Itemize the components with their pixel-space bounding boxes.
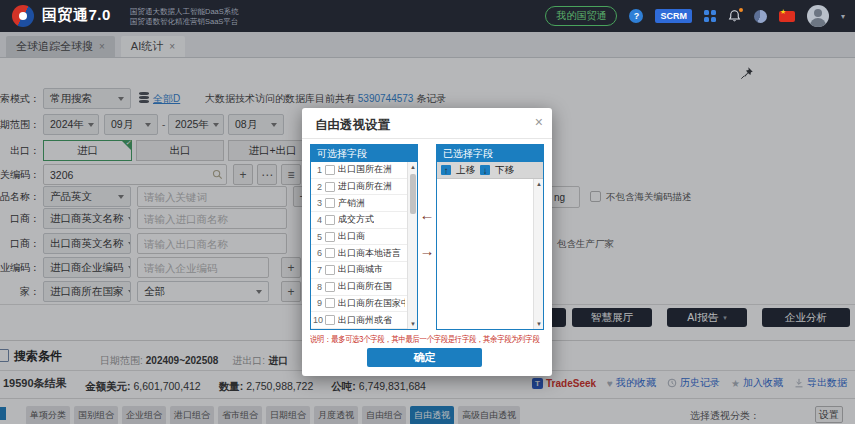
selected-fields-header: 已选择字段 (437, 145, 543, 162)
move-down-icon[interactable]: ↓ (480, 165, 490, 175)
field-row[interactable]: 10出口商州或省 (311, 312, 407, 329)
field-row[interactable]: 4成交方式 (311, 212, 407, 229)
available-fields-panel: 可选择字段 1出口国所在洲 2进口商所在洲 3产销洲 4成交方式 5出口商 6出… (310, 144, 418, 330)
china-flag-icon[interactable]: ★ (779, 11, 795, 22)
pin-icon[interactable] (740, 66, 754, 80)
field-checkbox[interactable] (325, 182, 335, 192)
field-checkbox[interactable] (325, 282, 335, 292)
selected-fields-toolbar: ↑ 上移 ↓ 下移 (437, 162, 543, 179)
scroll-down-icon[interactable]: ▼ (534, 321, 543, 327)
notification-dot (739, 8, 743, 12)
scroll-down-icon[interactable]: ▼ (408, 321, 417, 327)
field-checkbox[interactable] (325, 298, 335, 308)
field-row[interactable]: 5出口商 (311, 229, 407, 246)
dialog-note: 说明：最多可选3个字段，其中最后一个字段是行字段，其余字段为列字段 (310, 334, 539, 346)
dialog-close-icon[interactable]: × (535, 114, 543, 130)
apps-grid-icon[interactable] (704, 10, 716, 22)
move-down-label[interactable]: 下移 (495, 164, 514, 177)
my-account-button[interactable]: 我的国贸通 (545, 6, 617, 26)
selected-fields-list: ▲ ▼ (437, 179, 543, 329)
field-row[interactable]: 8出口商所在国 (311, 279, 407, 296)
selected-fields-panel: 已选择字段 ↑ 上移 ↓ 下移 ▲ ▼ (436, 144, 544, 330)
brand-subtitle-line2: 国贸通数智化精准营销SaaS平台 (130, 17, 239, 27)
dialog-title-divider (302, 138, 552, 139)
field-checkbox[interactable] (325, 248, 335, 258)
avatar-chevron-down-icon[interactable]: ▾ (841, 12, 845, 21)
notifications-bell-icon[interactable] (728, 9, 742, 24)
usage-pie-icon[interactable] (754, 10, 767, 23)
available-fields-header: 可选择字段 (311, 145, 417, 162)
field-row[interactable]: 2进口商所在洲 (311, 179, 407, 196)
field-row[interactable]: 7出口商城市 (311, 262, 407, 279)
header-toolbar: 我的国贸通 ? SCRM ★ ▾ (545, 0, 845, 32)
brand-logo-icon (12, 5, 34, 27)
dialog-title: 自由透视设置 (315, 117, 390, 134)
field-row[interactable]: 1出口国所在洲 (311, 162, 407, 179)
scroll-up-icon[interactable]: ▲ (534, 181, 543, 187)
field-row[interactable]: 6出口商本地语言 (311, 245, 407, 262)
field-checkbox[interactable] (325, 315, 335, 325)
field-row[interactable]: 9出口商所在国家中文 (311, 296, 407, 313)
scrm-badge[interactable]: SCRM (655, 9, 692, 23)
move-up-icon[interactable]: ↑ (441, 165, 451, 175)
top-header: 国贸通7.0 国贸通大数据人工智能DaaS系统 国贸通数智化精准营销SaaS平台… (0, 0, 855, 32)
field-checkbox[interactable] (325, 198, 335, 208)
selected-scrollbar[interactable]: ▲ ▼ (533, 179, 543, 329)
brand-name: 国贸通7.0 (42, 6, 111, 25)
field-checkbox[interactable] (325, 265, 335, 275)
confirm-button[interactable]: 确定 (367, 348, 482, 367)
help-icon[interactable]: ? (629, 9, 643, 23)
app-window: 国贸通7.0 国贸通大数据人工智能DaaS系统 国贸通数智化精准营销SaaS平台… (0, 0, 855, 424)
field-checkbox[interactable] (325, 232, 335, 242)
scroll-up-icon[interactable]: ▲ (408, 164, 417, 170)
field-row[interactable]: 3产销洲 (311, 195, 407, 212)
brand-subtitle-line1: 国贸通大数据人工智能DaaS系统 (130, 7, 239, 17)
field-checkbox[interactable] (325, 215, 335, 225)
move-up-label[interactable]: 上移 (456, 164, 475, 177)
field-checkbox[interactable] (325, 165, 335, 175)
user-avatar[interactable] (807, 5, 829, 27)
brand-subtitle: 国贸通大数据人工智能DaaS系统 国贸通数智化精准营销SaaS平台 (130, 7, 239, 26)
flag-star: ★ (780, 8, 786, 16)
free-pivot-settings-dialog: 自由透视设置 × 可选择字段 1出口国所在洲 2进口商所在洲 3产销洲 4成交方… (302, 108, 552, 376)
available-fields-list: 1出口国所在洲 2进口商所在洲 3产销洲 4成交方式 5出口商 6出口商本地语言… (311, 162, 417, 329)
